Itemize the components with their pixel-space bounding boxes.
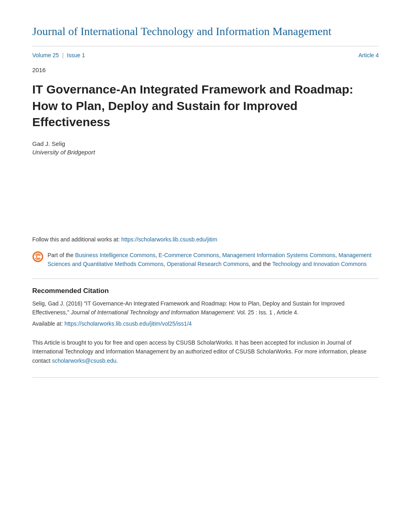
volume-issue-links: Volume 25 | Issue 1 (32, 52, 85, 58)
free-access-end: . (116, 357, 118, 364)
citation-body: Selig, Gad J. (2016) "IT Governance-An I… (32, 299, 379, 317)
commons-link-technology[interactable]: Technology and Innovation Commons (272, 261, 367, 267)
citation-journal-name: Journal of International Technology and … (71, 309, 234, 316)
part-of-text: Part of the Business Intelligence Common… (48, 251, 379, 269)
volume-row: Volume 25 | Issue 1 Article 4 (32, 52, 379, 58)
available-prefix: Available at: (32, 320, 64, 327)
article-label: Article 4 (358, 52, 379, 58)
part-of-section: C Part of the Business Intelligence Comm… (32, 251, 379, 269)
author-name: Gad J. Selig (32, 140, 379, 147)
recommended-citation-heading: Recommended Citation (32, 287, 379, 295)
commons-link-management-info[interactable]: Management Information Systems Commons (222, 252, 335, 258)
creative-commons-icon: C (32, 251, 44, 262)
top-divider (32, 46, 379, 46)
citation-available: Available at: https://scholarworks.lib.c… (32, 319, 379, 328)
contact-email-link[interactable]: scholarworks@csusb.edu (52, 357, 116, 364)
author-affiliation: University of Bridgeport (32, 149, 379, 156)
volume-link[interactable]: Volume 25 (32, 52, 59, 58)
volume-separator: | (62, 52, 64, 58)
free-access-text: This Article is brought to you for free … (32, 338, 379, 365)
commons-link-operational[interactable]: Operational Research Commons (167, 261, 249, 267)
mid-divider (32, 278, 379, 279)
issue-link[interactable]: Issue 1 (67, 52, 85, 58)
commons-link-ecommerce[interactable]: E-Commerce Commons (158, 252, 219, 258)
bottom-divider (32, 377, 379, 378)
journal-title: Journal of International Technology and … (32, 24, 379, 39)
article-title: IT Governance-An Integrated Framework an… (32, 81, 379, 131)
follow-prefix: Follow this and additional works at: (32, 236, 121, 243)
follow-section: Follow this and additional works at: htt… (32, 236, 379, 243)
journal-title-link[interactable]: Journal of International Technology and … (32, 25, 331, 37)
commons-link-business-intelligence[interactable]: Business Intelligence Commons (75, 252, 155, 258)
citation-text-plain2: : Vol. 25 : Iss. 1 , Article 4. (234, 309, 299, 316)
available-link[interactable]: https://scholarworks.lib.csusb.edu/jitim… (64, 320, 192, 327)
follow-link[interactable]: https://scholarworks.lib.csusb.edu/jitim (121, 236, 217, 243)
publication-year: 2016 (32, 66, 379, 73)
